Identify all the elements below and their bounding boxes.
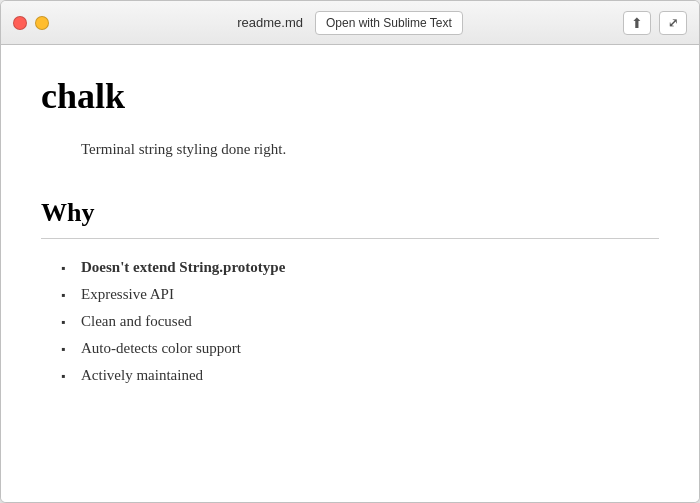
- main-heading: chalk: [41, 75, 659, 117]
- close-button[interactable]: [13, 16, 27, 30]
- list-item-text: Expressive API: [81, 286, 174, 302]
- share-button[interactable]: ⬆: [623, 11, 651, 35]
- content-area: chalk Terminal string styling done right…: [1, 45, 699, 502]
- expand-button[interactable]: ⤢: [659, 11, 687, 35]
- file-name: readme.md: [237, 15, 303, 30]
- tagline-block: Terminal string styling done right.: [41, 141, 659, 158]
- list-item: Doesn't extend String.prototype: [61, 259, 659, 276]
- expand-icon: ⤢: [668, 16, 678, 30]
- list-item-text: Auto-detects color support: [81, 340, 241, 356]
- title-bar-center: readme.md Open with Sublime Text: [237, 11, 463, 35]
- open-with-button[interactable]: Open with Sublime Text: [315, 11, 463, 35]
- list-item-text: Actively maintained: [81, 367, 203, 383]
- list-item: Clean and focused: [61, 313, 659, 330]
- minimize-button[interactable]: [35, 16, 49, 30]
- section-divider: [41, 238, 659, 239]
- list-item: Actively maintained: [61, 367, 659, 384]
- list-item: Auto-detects color support: [61, 340, 659, 357]
- title-bar-actions: ⬆ ⤢: [623, 11, 687, 35]
- list-item-text: Doesn't extend String.prototype: [81, 259, 285, 275]
- main-window: readme.md Open with Sublime Text ⬆ ⤢ cha…: [0, 0, 700, 503]
- why-heading: Why: [41, 198, 659, 228]
- list-item-text: Clean and focused: [81, 313, 192, 329]
- list-item: Expressive API: [61, 286, 659, 303]
- share-icon: ⬆: [631, 15, 643, 31]
- window-controls: [13, 16, 49, 30]
- tagline-text: Terminal string styling done right.: [81, 141, 659, 158]
- features-list: Doesn't extend String.prototype Expressi…: [41, 259, 659, 384]
- title-bar: readme.md Open with Sublime Text ⬆ ⤢: [1, 1, 699, 45]
